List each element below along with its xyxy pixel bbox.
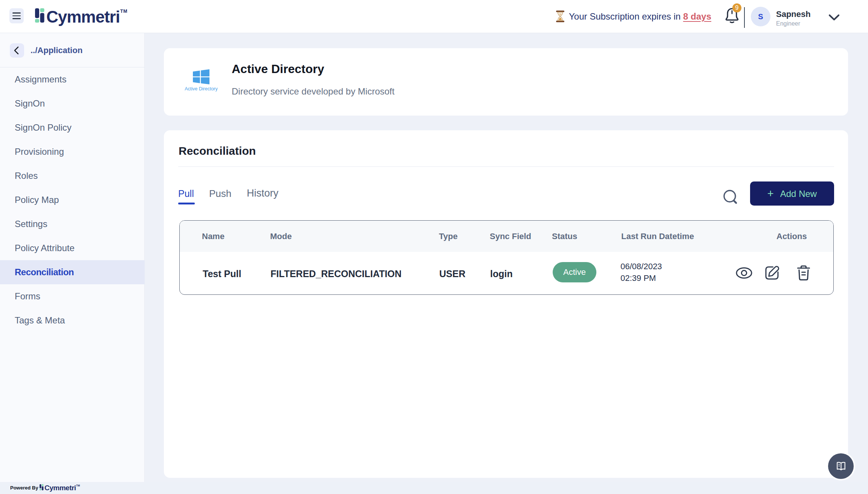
svg-text:Cymmetri: Cymmetri	[46, 8, 120, 26]
svg-text:TM: TM	[76, 484, 80, 487]
svg-text:TM: TM	[120, 9, 127, 14]
svg-text:Cymmetri: Cymmetri	[44, 484, 76, 492]
